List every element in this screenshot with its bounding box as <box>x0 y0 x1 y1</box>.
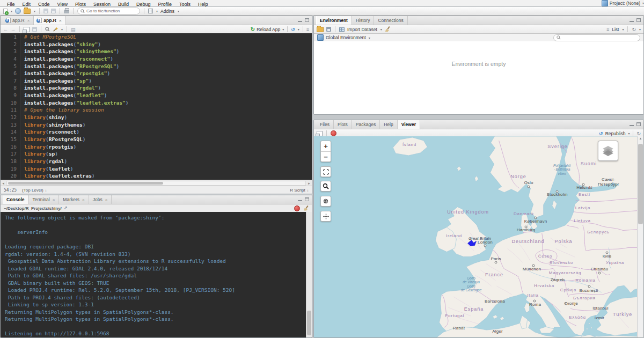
reload-app-button[interactable]: ↻ Reload App ▾ <box>251 27 284 32</box>
console-scrollbar[interactable] <box>306 212 312 337</box>
new-project-icon[interactable] <box>15 8 21 14</box>
pane-layout-icon[interactable] <box>148 9 153 13</box>
map-search-button[interactable] <box>320 181 331 192</box>
tab-viewer[interactable]: Viewer <box>398 120 420 129</box>
scroll-left-icon[interactable]: ◂ <box>1 181 6 186</box>
close-icon[interactable]: × <box>27 18 30 23</box>
publish-icon[interactable]: ↺ <box>291 27 295 32</box>
tab-markers[interactable]: Markers× <box>59 195 89 204</box>
environment-search[interactable] <box>553 34 640 41</box>
project-selector[interactable]: Project: (None) ▾ <box>602 0 644 6</box>
console-output-area[interactable]: The following object is masked from ‘pac… <box>1 212 312 337</box>
print-icon[interactable] <box>64 10 69 13</box>
chevron-down-icon[interactable]: ▾ <box>369 36 370 40</box>
menu-session[interactable]: Session <box>93 2 111 7</box>
clear-environment-broom-icon[interactable] <box>385 26 390 32</box>
load-workspace-icon[interactable] <box>317 27 324 32</box>
back-icon[interactable]: ← <box>3 27 8 32</box>
chevron-down-icon[interactable]: ▾ <box>11 9 12 13</box>
forward-icon[interactable]: → <box>11 27 16 32</box>
close-icon[interactable]: × <box>82 197 85 202</box>
tab-packages[interactable]: Packages <box>352 120 380 129</box>
compile-report-icon[interactable]: ▤ <box>71 27 76 32</box>
minimize-icon[interactable] <box>298 197 302 201</box>
close-icon[interactable]: × <box>105 197 108 202</box>
menu-plots[interactable]: Plots <box>75 2 86 7</box>
minimize-icon[interactable] <box>630 18 634 22</box>
tab-app-r[interactable]: Rapp.R× <box>34 16 65 25</box>
menu-edit[interactable]: Edit <box>23 2 31 7</box>
scope-selector[interactable]: (Top Level) ↕ <box>22 188 47 193</box>
pane-window-buttons[interactable] <box>630 18 641 22</box>
menu-help[interactable]: Help <box>198 2 208 7</box>
clear-console-broom-icon[interactable] <box>303 205 309 211</box>
menu-profile[interactable]: Profile <box>158 2 172 7</box>
zoom-in-button[interactable]: + <box>321 141 331 152</box>
map-globe-button[interactable] <box>320 196 331 207</box>
goto-file-input[interactable] <box>86 9 135 13</box>
pane-window-buttons[interactable] <box>298 197 309 201</box>
find-icon[interactable] <box>45 27 50 32</box>
minimize-icon[interactable] <box>630 122 634 126</box>
refresh-icon[interactable]: ↻ <box>636 131 641 136</box>
tab-terminal[interactable]: Terminal× <box>29 195 60 204</box>
chevron-down-icon[interactable]: ▾ <box>639 27 641 31</box>
filetype-selector[interactable]: R Script ↕ <box>290 188 309 193</box>
zoom-out-button[interactable]: − <box>321 152 331 162</box>
leaflet-map[interactable]: ÍslandSverigeSuomiNorgeOsloСанкт- Петерб… <box>314 136 638 337</box>
tab-history[interactable]: History <box>352 16 374 25</box>
save-all-icon[interactable] <box>51 9 56 13</box>
stop-icon[interactable] <box>331 130 336 136</box>
scrollbar-track[interactable] <box>6 181 306 186</box>
map-layers-control[interactable] <box>598 141 618 161</box>
maximize-icon[interactable] <box>305 197 309 201</box>
tab-files[interactable]: Files <box>316 120 334 129</box>
scrollbar-thumb[interactable] <box>307 311 311 335</box>
viewer-scrollbar[interactable]: ▲ <box>637 136 643 337</box>
document-outline-icon[interactable]: ≡ <box>306 27 309 32</box>
scrollbar-thumb[interactable] <box>8 182 163 185</box>
save-icon[interactable] <box>43 9 48 13</box>
scroll-right-icon[interactable]: ▸ <box>306 181 312 186</box>
chevron-down-icon[interactable]: ▾ <box>628 131 630 135</box>
fullscreen-button[interactable] <box>320 166 331 177</box>
goto-file-search[interactable] <box>77 8 140 14</box>
menu-code[interactable]: Code <box>38 2 50 7</box>
external-link-icon[interactable]: ↗ <box>64 205 68 211</box>
import-dataset-icon[interactable] <box>339 27 345 32</box>
close-icon[interactable]: × <box>53 197 55 202</box>
tab-help[interactable]: Help <box>380 120 397 129</box>
chevron-down-icon[interactable]: ▾ <box>298 27 299 31</box>
chevron-down-icon[interactable]: ▾ <box>622 27 624 31</box>
tab-app-r[interactable]: Rapp.R× <box>3 16 34 25</box>
tab-jobs[interactable]: Jobs× <box>89 195 112 204</box>
minimize-icon[interactable] <box>298 18 302 22</box>
stop-icon[interactable] <box>294 205 300 211</box>
map-zoom-control[interactable]: + − <box>320 141 331 162</box>
close-icon[interactable]: × <box>59 18 62 23</box>
tab-environment[interactable]: Environment <box>316 16 352 25</box>
list-view-selector[interactable]: List <box>612 27 619 32</box>
save-workspace-icon[interactable] <box>326 27 331 32</box>
chevron-down-icon[interactable]: ▾ <box>156 9 158 13</box>
menu-file[interactable]: File <box>7 2 15 7</box>
popout-icon[interactable] <box>24 27 30 32</box>
code-editor[interactable]: 123456789101112131415161718192021 # Get … <box>1 33 312 180</box>
republish-button[interactable]: Republish <box>605 131 626 136</box>
chevron-down-icon[interactable]: ▾ <box>61 27 63 31</box>
menu-build[interactable]: Build <box>118 2 129 7</box>
addins-menu[interactable]: Addins <box>160 9 174 14</box>
tab-connections[interactable]: Connections <box>374 16 407 25</box>
save-icon[interactable] <box>32 27 37 32</box>
code-tools-wand-icon[interactable] <box>53 27 58 32</box>
menu-debug[interactable]: Debug <box>136 2 151 7</box>
chevron-down-icon[interactable]: ▾ <box>34 9 35 13</box>
environment-scope-selector[interactable]: Global Environment <box>326 35 366 40</box>
pane-window-buttons[interactable] <box>298 18 309 22</box>
scrollbar-thumb[interactable] <box>638 144 643 224</box>
map-locate-button[interactable] <box>320 211 331 222</box>
tab-console[interactable]: Console <box>3 195 29 204</box>
pane-window-buttons[interactable] <box>630 122 641 126</box>
maximize-icon[interactable] <box>636 122 641 126</box>
open-in-new-window-icon[interactable] <box>317 131 323 136</box>
